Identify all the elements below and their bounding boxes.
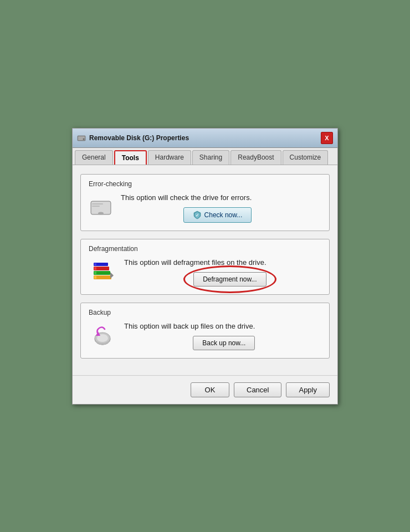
footer: OK Cancel Apply (73, 375, 337, 404)
shield-icon: ✓ (193, 211, 202, 219)
backup-action: Back up now... (124, 336, 255, 350)
backup-body: This option will back up files on the dr… (89, 322, 321, 350)
svg-point-5 (98, 212, 104, 215)
backup-description: This option will back up files on the dr… (124, 322, 255, 330)
svg-rect-15 (94, 267, 96, 270)
apply-button[interactable]: Apply (286, 382, 330, 397)
svg-rect-7 (92, 206, 100, 207)
svg-rect-6 (92, 203, 103, 204)
window-title: Removable Disk (G:) Properties (89, 134, 189, 142)
tab-content: Error-checking This option will check th… (73, 165, 337, 375)
properties-window: Removable Disk (G:) Properties X General… (72, 128, 338, 405)
check-now-button[interactable]: ✓ Check now... (183, 207, 252, 223)
tab-customize[interactable]: Customize (283, 150, 329, 165)
defragment-now-button[interactable]: Defragment now... (193, 272, 266, 287)
ok-button[interactable]: OK (191, 382, 229, 397)
back-up-now-button[interactable]: Back up now... (193, 336, 255, 350)
defragment-now-label: Defragment now... (203, 275, 257, 283)
defragmentation-description: This option will defragment files on the… (124, 258, 266, 267)
tab-tools[interactable]: Tools (114, 150, 147, 165)
defragment-wrapper: Defragment now... (193, 272, 266, 287)
defragmentation-title: Defragmentation (89, 245, 321, 253)
error-checking-section: Error-checking This option will check th… (80, 174, 330, 231)
titlebar-left: Removable Disk (G:) Properties (77, 134, 189, 142)
check-now-label: Check now... (204, 211, 243, 219)
cancel-button[interactable]: Cancel (234, 382, 281, 397)
defragmentation-section: Defragmentation (80, 239, 330, 295)
titlebar-drive-icon (77, 134, 86, 142)
defragmentation-body: This option will defragment files on the… (89, 258, 321, 287)
tab-hardware[interactable]: Hardware (148, 150, 191, 165)
tab-readyboost[interactable]: ReadyBoost (230, 150, 281, 165)
drive-icon (89, 196, 113, 220)
backup-section: Backup This option will back u (80, 303, 330, 359)
error-checking-action: ✓ Check now... (121, 207, 252, 223)
defragmentation-action: Defragment now... (124, 272, 266, 287)
back-up-now-label: Back up now... (202, 339, 245, 347)
tab-general[interactable]: General (75, 150, 113, 165)
svg-point-2 (83, 138, 85, 140)
defrag-icon (89, 258, 116, 286)
svg-rect-14 (94, 272, 96, 274)
svg-rect-16 (94, 263, 96, 265)
backup-title: Backup (89, 309, 321, 316)
titlebar: Removable Disk (G:) Properties X (73, 129, 337, 148)
error-checking-body: This option will check the drive for err… (89, 193, 321, 223)
backup-icon (89, 322, 116, 350)
error-checking-title: Error-checking (89, 180, 321, 188)
close-button[interactable]: X (321, 132, 333, 144)
error-checking-description: This option will check the drive for err… (121, 193, 252, 202)
tab-bar: General Tools Hardware Sharing ReadyBoos… (73, 148, 337, 165)
tab-sharing[interactable]: Sharing (192, 150, 229, 165)
svg-text:✓: ✓ (196, 213, 199, 217)
svg-rect-13 (94, 276, 96, 279)
svg-marker-17 (110, 272, 114, 279)
